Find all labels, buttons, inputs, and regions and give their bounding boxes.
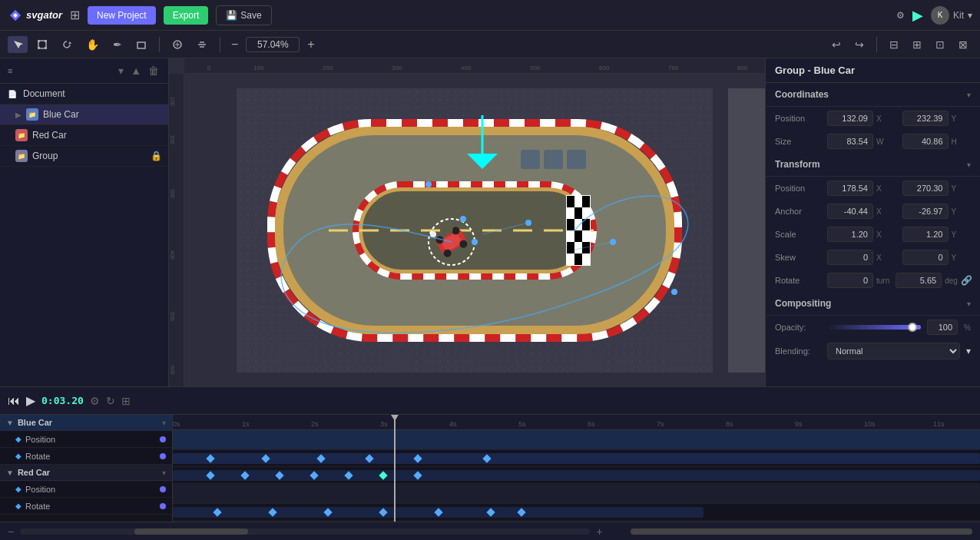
tl-ruler: 0s 1s 2s 3s 4s 5s 6s 7s 8s 9s 10s 11s: [173, 415, 980, 430]
save-button[interactable]: 💾 Save: [216, 5, 271, 25]
play-button[interactable]: ▶: [26, 393, 35, 408]
timeline-hscroll-track[interactable]: [631, 528, 972, 535]
canvas-content[interactable]: [184, 74, 765, 386]
coordinates-section[interactable]: Coordinates ▾: [766, 83, 980, 107]
layer-red-car[interactable]: 📁 Red Car: [0, 125, 168, 146]
distribute-tool[interactable]: ⊞: [908, 35, 926, 54]
view-tool[interactable]: ⊠: [954, 35, 972, 54]
delete-layer-button[interactable]: 🗑: [147, 63, 161, 78]
zoom-in-button[interactable]: +: [304, 36, 317, 53]
skew-y-input[interactable]: [902, 250, 949, 265]
opacity-slider[interactable]: [827, 325, 921, 330]
group-icon-g: 📁: [15, 150, 28, 162]
size-h-input[interactable]: [902, 134, 949, 149]
size-w-input[interactable]: [827, 134, 873, 149]
timeline-hscroll-thumb[interactable]: [631, 528, 972, 535]
scale-y-input[interactable]: [902, 227, 949, 242]
play-icon[interactable]: ▶: [912, 7, 923, 24]
timeline-scroll-track[interactable]: [20, 528, 590, 535]
svg-rect-37: [567, 230, 574, 242]
anchor-x-input[interactable]: [827, 204, 873, 219]
rotate-tool[interactable]: [57, 36, 77, 53]
tl-group-red-car[interactable]: ▼ Red Car ▾: [0, 465, 172, 481]
chevron-down-icon: ▾: [968, 10, 972, 21]
export-button[interactable]: Export: [164, 6, 209, 25]
t-position-x-input[interactable]: [827, 181, 873, 196]
some-tool-2[interactable]: [192, 36, 212, 53]
timeline-mode-button[interactable]: ⊞: [121, 395, 131, 407]
add-keyframe-red-rotate[interactable]: [160, 503, 166, 509]
size-label: Size: [775, 137, 821, 146]
rotate-link-icon[interactable]: 🔗: [961, 275, 972, 286]
layer-blue-car[interactable]: ▶ 📁 Blue Car: [0, 104, 168, 125]
rotate-deg-input[interactable]: [896, 273, 942, 288]
transform-section[interactable]: Transform ▾: [766, 153, 980, 177]
hand-tool[interactable]: ✋: [81, 35, 104, 54]
panel-title: Group - Blue Car: [766, 58, 980, 83]
add-keyframe-position[interactable]: [160, 436, 166, 442]
zoom-in-timeline-button[interactable]: +: [596, 525, 602, 538]
expand-icon: ▶: [15, 111, 22, 119]
sidebar-up-button[interactable]: ▲: [129, 63, 143, 78]
add-keyframe-red-position[interactable]: [160, 486, 166, 492]
blending-label: Blending:: [775, 346, 821, 356]
skew-x-input[interactable]: [827, 250, 873, 265]
compositing-toggle-icon[interactable]: ▾: [967, 300, 971, 308]
svg-rect-39: [582, 230, 590, 242]
main-area: ≡ ▾ ▲ 🗑 📄 Document ▶ 📁 Blue Car 📁 Red Ca…: [0, 58, 980, 386]
scale-x-input[interactable]: [827, 227, 873, 242]
timeline-tracks[interactable]: 0s 1s 2s 3s 4s 5s 6s 7s 8s 9s 10s 11s: [173, 415, 980, 522]
snap-tool[interactable]: ⊡: [931, 35, 949, 54]
pen-tool[interactable]: ✒: [108, 35, 127, 54]
undo-button[interactable]: ↩: [827, 35, 846, 54]
select-tool[interactable]: [8, 36, 28, 53]
canvas-area[interactable]: 0 100 200 300 400 500 600 700 800 100 20…: [169, 58, 765, 386]
align-tool[interactable]: ⊟: [885, 35, 903, 54]
redo-button[interactable]: ↪: [850, 35, 869, 54]
collapse-all-button[interactable]: ▾: [117, 63, 125, 78]
timeline-scroll-thumb[interactable]: [134, 528, 248, 535]
layers-title: ≡: [8, 66, 12, 75]
new-project-button[interactable]: New Project: [88, 6, 156, 25]
settings-icon[interactable]: ⚙: [896, 10, 905, 21]
t-position-y-input[interactable]: [902, 181, 949, 196]
red-car-options-icon[interactable]: ▾: [162, 469, 166, 477]
layer-document[interactable]: 📄 Document: [0, 84, 168, 104]
coordinates-toggle-icon[interactable]: ▾: [967, 91, 971, 99]
tl-group-blue-car[interactable]: ▼ Blue Car ▾: [0, 415, 172, 431]
add-keyframe-rotate[interactable]: [160, 453, 166, 459]
size-row: Size W H: [766, 130, 980, 153]
anchor-y-input[interactable]: [902, 204, 949, 219]
layer-group[interactable]: 📁 Group 🔒: [0, 146, 168, 167]
zoom-input[interactable]: 57.04%: [246, 37, 300, 52]
playhead[interactable]: [394, 415, 396, 522]
group-icon-red: 📁: [15, 129, 28, 141]
save-icon: 💾: [226, 10, 237, 21]
transform-toggle-icon[interactable]: ▾: [967, 161, 971, 169]
user-menu[interactable]: K Kit ▾: [931, 6, 972, 25]
zoom-out-timeline-button[interactable]: −: [8, 525, 14, 538]
timeline-loop-button[interactable]: ↻: [106, 395, 115, 407]
timeline-settings-button[interactable]: ⚙: [90, 395, 100, 407]
skew-row: Skew X Y: [766, 246, 980, 269]
shape-tool[interactable]: [131, 36, 151, 53]
layer-document-label: Document: [23, 88, 162, 99]
position-x-input[interactable]: [827, 111, 873, 126]
opacity-thumb[interactable]: [908, 323, 917, 332]
svg-rect-6: [45, 47, 47, 49]
some-tool-1[interactable]: [167, 36, 187, 53]
rotate-input[interactable]: [827, 273, 873, 288]
svg-rect-29: [574, 196, 582, 207]
group-options-icon[interactable]: ▾: [162, 419, 166, 427]
grid-icon[interactable]: ⊞: [70, 8, 80, 22]
position-y-input[interactable]: [902, 111, 949, 126]
zoom-out-button[interactable]: −: [228, 36, 241, 53]
opacity-value-input[interactable]: [927, 320, 958, 335]
anchor-label: Anchor: [775, 207, 821, 216]
time-display: 0:03.20: [41, 395, 84, 406]
rewind-button[interactable]: ⏮: [8, 394, 20, 408]
compositing-section[interactable]: Compositing ▾: [766, 292, 980, 316]
rotate-row: Rotate turn deg 🔗: [766, 269, 980, 292]
blending-select[interactable]: Normal Multiply Screen Overlay: [827, 343, 960, 359]
transform-tool[interactable]: [32, 36, 52, 53]
